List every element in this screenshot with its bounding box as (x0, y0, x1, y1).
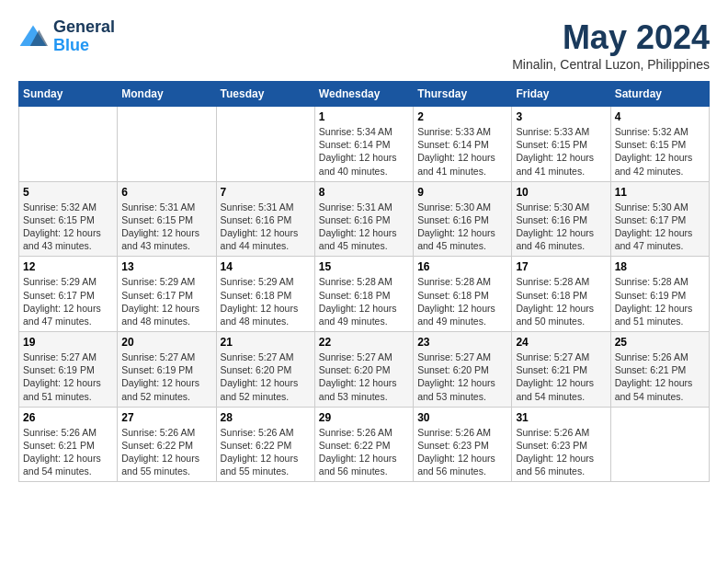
day-info: Sunrise: 5:31 AM Sunset: 6:16 PM Dayligh… (319, 201, 409, 253)
day-info: Sunrise: 5:32 AM Sunset: 6:15 PM Dayligh… (615, 125, 705, 178)
day-number: 7 (221, 186, 311, 199)
day-number: 12 (23, 260, 113, 273)
calendar-cell: 20Sunrise: 5:27 AM Sunset: 6:19 PM Dayli… (118, 332, 216, 408)
calendar-cell: 16Sunrise: 5:28 AM Sunset: 6:18 PM Dayli… (414, 257, 512, 332)
day-info: Sunrise: 5:30 AM Sunset: 6:16 PM Dayligh… (417, 201, 507, 253)
day-info: Sunrise: 5:30 AM Sunset: 6:16 PM Dayligh… (516, 201, 606, 253)
calendar-cell: 27Sunrise: 5:26 AM Sunset: 6:22 PM Dayli… (118, 407, 216, 482)
day-info: Sunrise: 5:32 AM Sunset: 6:15 PM Dayligh… (23, 201, 113, 253)
day-info: Sunrise: 5:26 AM Sunset: 6:21 PM Dayligh… (615, 350, 705, 403)
day-info: Sunrise: 5:33 AM Sunset: 6:15 PM Dayligh… (516, 125, 606, 178)
weekday-header: Saturday (610, 82, 709, 107)
logo: General Blue (18, 18, 115, 55)
day-number: 20 (121, 336, 211, 349)
day-number: 15 (319, 260, 409, 273)
calendar-cell: 10Sunrise: 5:30 AM Sunset: 6:16 PM Dayli… (512, 181, 610, 257)
title-area: May 2024 Minalin, Central Luzon, Philipp… (512, 18, 710, 72)
day-info: Sunrise: 5:27 AM Sunset: 6:20 PM Dayligh… (221, 350, 311, 403)
day-info: Sunrise: 5:27 AM Sunset: 6:20 PM Dayligh… (417, 350, 507, 403)
weekday-header: Sunday (19, 82, 118, 107)
calendar-cell: 31Sunrise: 5:26 AM Sunset: 6:23 PM Dayli… (512, 407, 610, 482)
calendar-table: SundayMondayTuesdayWednesdayThursdayFrid… (18, 81, 710, 482)
day-number: 9 (417, 186, 507, 199)
day-number: 13 (121, 260, 211, 273)
calendar-week-row: 12Sunrise: 5:29 AM Sunset: 6:17 PM Dayli… (19, 257, 710, 332)
calendar-week-row: 26Sunrise: 5:26 AM Sunset: 6:21 PM Dayli… (19, 407, 710, 482)
calendar-cell: 22Sunrise: 5:27 AM Sunset: 6:20 PM Dayli… (314, 332, 413, 408)
day-number: 5 (23, 186, 113, 199)
calendar-cell: 9Sunrise: 5:30 AM Sunset: 6:16 PM Daylig… (414, 181, 512, 257)
calendar-cell: 3Sunrise: 5:33 AM Sunset: 6:15 PM Daylig… (512, 107, 610, 182)
day-info: Sunrise: 5:26 AM Sunset: 6:22 PM Dayligh… (319, 426, 409, 478)
day-info: Sunrise: 5:26 AM Sunset: 6:23 PM Dayligh… (417, 426, 507, 478)
calendar-cell: 29Sunrise: 5:26 AM Sunset: 6:22 PM Dayli… (314, 407, 413, 482)
day-number: 22 (319, 336, 409, 349)
day-number: 23 (417, 336, 507, 349)
calendar-cell: 6Sunrise: 5:31 AM Sunset: 6:15 PM Daylig… (118, 181, 216, 257)
calendar-cell: 15Sunrise: 5:28 AM Sunset: 6:18 PM Dayli… (314, 257, 413, 332)
calendar-cell: 12Sunrise: 5:29 AM Sunset: 6:17 PM Dayli… (19, 257, 118, 332)
day-info: Sunrise: 5:26 AM Sunset: 6:23 PM Dayligh… (516, 426, 606, 478)
calendar-cell: 26Sunrise: 5:26 AM Sunset: 6:21 PM Dayli… (19, 407, 118, 482)
logo-icon (18, 24, 48, 50)
day-info: Sunrise: 5:27 AM Sunset: 6:19 PM Dayligh… (23, 350, 113, 403)
calendar-cell: 1Sunrise: 5:34 AM Sunset: 6:14 PM Daylig… (314, 107, 413, 182)
day-number: 10 (516, 186, 606, 199)
day-number: 14 (221, 260, 311, 273)
day-number: 1 (319, 110, 409, 123)
calendar-cell: 5Sunrise: 5:32 AM Sunset: 6:15 PM Daylig… (19, 181, 118, 257)
day-number: 30 (417, 411, 507, 424)
day-number: 11 (615, 186, 705, 199)
calendar-cell: 21Sunrise: 5:27 AM Sunset: 6:20 PM Dayli… (216, 332, 314, 408)
day-number: 31 (516, 411, 606, 424)
weekday-header: Thursday (414, 82, 512, 107)
day-number: 19 (23, 336, 113, 349)
page-header: General Blue May 2024 Minalin, Central L… (18, 18, 710, 72)
day-info: Sunrise: 5:27 AM Sunset: 6:20 PM Dayligh… (319, 350, 409, 403)
day-info: Sunrise: 5:33 AM Sunset: 6:14 PM Dayligh… (417, 125, 507, 178)
calendar-week-row: 5Sunrise: 5:32 AM Sunset: 6:15 PM Daylig… (19, 181, 710, 257)
calendar-week-row: 19Sunrise: 5:27 AM Sunset: 6:19 PM Dayli… (19, 332, 710, 408)
day-info: Sunrise: 5:27 AM Sunset: 6:21 PM Dayligh… (516, 350, 606, 403)
day-number: 8 (319, 186, 409, 199)
logo-text: General Blue (53, 18, 115, 55)
calendar-cell: 25Sunrise: 5:26 AM Sunset: 6:21 PM Dayli… (610, 332, 709, 408)
calendar-cell: 28Sunrise: 5:26 AM Sunset: 6:22 PM Dayli… (216, 407, 314, 482)
day-number: 6 (121, 186, 211, 199)
day-info: Sunrise: 5:28 AM Sunset: 6:18 PM Dayligh… (516, 275, 606, 327)
calendar-cell (19, 107, 118, 182)
day-info: Sunrise: 5:29 AM Sunset: 6:17 PM Dayligh… (23, 275, 113, 327)
day-number: 28 (221, 411, 311, 424)
calendar-cell (610, 407, 709, 482)
day-number: 21 (221, 336, 311, 349)
day-number: 18 (615, 260, 705, 273)
month-title: May 2024 (512, 18, 710, 57)
calendar-cell: 11Sunrise: 5:30 AM Sunset: 6:17 PM Dayli… (610, 181, 709, 257)
day-number: 25 (615, 336, 705, 349)
weekday-header: Tuesday (216, 82, 314, 107)
day-info: Sunrise: 5:26 AM Sunset: 6:22 PM Dayligh… (121, 426, 211, 478)
day-info: Sunrise: 5:28 AM Sunset: 6:18 PM Dayligh… (417, 275, 507, 327)
day-info: Sunrise: 5:28 AM Sunset: 6:18 PM Dayligh… (319, 275, 409, 327)
day-number: 16 (417, 260, 507, 273)
day-number: 24 (516, 336, 606, 349)
calendar-cell: 14Sunrise: 5:29 AM Sunset: 6:18 PM Dayli… (216, 257, 314, 332)
day-info: Sunrise: 5:26 AM Sunset: 6:22 PM Dayligh… (221, 426, 311, 478)
calendar-cell: 19Sunrise: 5:27 AM Sunset: 6:19 PM Dayli… (19, 332, 118, 408)
location: Minalin, Central Luzon, Philippines (512, 57, 710, 72)
day-number: 29 (319, 411, 409, 424)
weekday-header: Monday (118, 82, 216, 107)
day-number: 26 (23, 411, 113, 424)
calendar-cell: 17Sunrise: 5:28 AM Sunset: 6:18 PM Dayli… (512, 257, 610, 332)
weekday-header: Wednesday (314, 82, 413, 107)
day-number: 2 (417, 110, 507, 123)
day-info: Sunrise: 5:28 AM Sunset: 6:19 PM Dayligh… (615, 275, 705, 327)
calendar-cell: 24Sunrise: 5:27 AM Sunset: 6:21 PM Dayli… (512, 332, 610, 408)
calendar-cell: 18Sunrise: 5:28 AM Sunset: 6:19 PM Dayli… (610, 257, 709, 332)
calendar-cell: 4Sunrise: 5:32 AM Sunset: 6:15 PM Daylig… (610, 107, 709, 182)
calendar-header-row: SundayMondayTuesdayWednesdayThursdayFrid… (19, 82, 710, 107)
day-info: Sunrise: 5:27 AM Sunset: 6:19 PM Dayligh… (121, 350, 211, 403)
calendar-cell: 2Sunrise: 5:33 AM Sunset: 6:14 PM Daylig… (414, 107, 512, 182)
calendar-cell: 7Sunrise: 5:31 AM Sunset: 6:16 PM Daylig… (216, 181, 314, 257)
day-info: Sunrise: 5:26 AM Sunset: 6:21 PM Dayligh… (23, 426, 113, 478)
